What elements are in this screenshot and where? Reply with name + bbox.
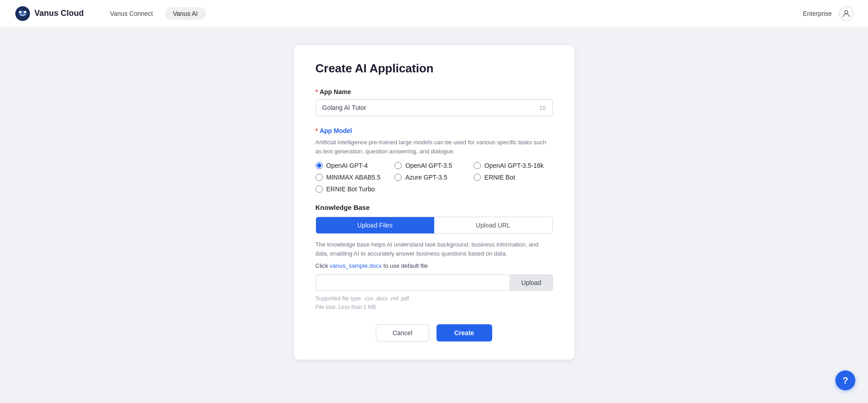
radio-gpt4[interactable]	[316, 162, 323, 169]
app-name-input-wrapper: 15	[316, 99, 553, 116]
required-star-model: *	[316, 127, 318, 134]
sample-link-row: Click vanus_sample.docx to use default f…	[316, 262, 553, 269]
nav-vanus-ai[interactable]: Vanus AI	[165, 7, 206, 20]
kb-description: The knowledge base helps AI understand t…	[316, 240, 553, 258]
app-name-label: * App Name	[316, 88, 553, 95]
upload-button[interactable]: Upload	[510, 275, 552, 291]
radio-gpt35[interactable]	[394, 162, 402, 169]
upload-input[interactable]	[316, 275, 510, 291]
brand-logo	[14, 5, 31, 22]
char-count: 15	[539, 104, 546, 111]
page-content: Create AI Application * App Name 15 * Ap…	[0, 27, 868, 403]
create-button[interactable]: Create	[436, 324, 493, 341]
kb-tab-toggle: Upload Files Upload URL	[316, 217, 553, 234]
cancel-button[interactable]: Cancel	[376, 324, 429, 341]
model-option-ernie[interactable]: ERNIE Bot	[474, 174, 553, 181]
tab-upload-url[interactable]: Upload URL	[434, 217, 552, 233]
tab-upload-files[interactable]: Upload Files	[316, 217, 434, 233]
model-option-gpt35-16k[interactable]: OpenAI GPT-3.5-16k	[474, 162, 553, 169]
brand: Vanus Cloud	[14, 5, 84, 22]
knowledge-base-group: Knowledge Base Upload Files Upload URL T…	[316, 204, 553, 312]
model-option-gpt35[interactable]: OpenAI GPT-3.5	[394, 162, 474, 169]
nav-links: Vanus Connect Vanus AI	[102, 7, 803, 20]
model-option-minimax[interactable]: MINIMAX ABAB5.5	[316, 174, 395, 181]
radio-minimax[interactable]	[316, 174, 323, 181]
radio-azure[interactable]	[394, 174, 402, 181]
model-option-gpt4[interactable]: OpenAI GPT-4	[316, 162, 395, 169]
brand-name: Vanus Cloud	[34, 9, 84, 18]
radio-gpt35-16k[interactable]	[474, 162, 481, 169]
app-name-group: * App Name 15	[316, 88, 553, 116]
app-name-input[interactable]	[322, 104, 540, 111]
navbar: Vanus Cloud Vanus Connect Vanus AI Enter…	[0, 0, 868, 27]
file-note: Supported file type: .csv .docx .md .pdf…	[316, 294, 553, 312]
svg-point-2	[19, 10, 21, 13]
kb-title: Knowledge Base	[316, 204, 553, 211]
nav-vanus-connect[interactable]: Vanus Connect	[102, 7, 161, 20]
radio-ernie[interactable]	[474, 174, 481, 181]
nav-right: Enterprise	[803, 6, 854, 21]
user-avatar-icon[interactable]	[839, 6, 854, 21]
app-model-group: * App Model Artificial intelligence pre-…	[316, 127, 553, 193]
model-description: Artificial intelligence pre-trained larg…	[316, 138, 553, 156]
sample-link[interactable]: vanus_sample.docx	[330, 262, 382, 269]
model-option-azure[interactable]: Azure GPT-3.5	[394, 174, 474, 181]
radio-ernie-turbo[interactable]	[316, 185, 323, 193]
form-container: Create AI Application * App Name 15 * Ap…	[294, 45, 575, 360]
enterprise-label: Enterprise	[803, 10, 832, 17]
form-title: Create AI Application	[316, 62, 553, 76]
model-option-ernie-turbo[interactable]: ERNIE Bot Turbo	[316, 185, 395, 193]
help-fab[interactable]: ?	[835, 370, 855, 390]
svg-point-3	[24, 10, 26, 13]
model-radio-grid: OpenAI GPT-4 OpenAI GPT-3.5 OpenAI GPT-3…	[316, 162, 553, 193]
svg-point-4	[845, 10, 848, 14]
upload-row: Upload	[316, 275, 553, 291]
app-model-label: * App Model	[316, 127, 553, 134]
user-icon	[842, 9, 851, 18]
action-row: Cancel Create	[316, 324, 553, 341]
required-star: *	[316, 88, 318, 95]
